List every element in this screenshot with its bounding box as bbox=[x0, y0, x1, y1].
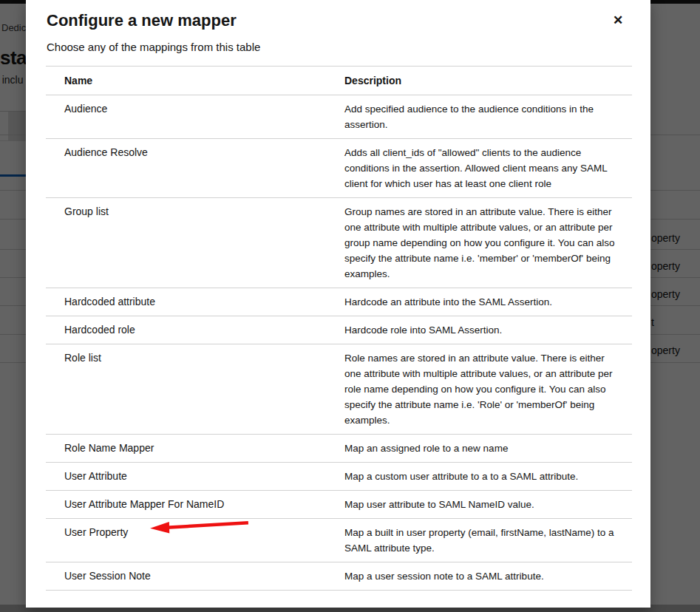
mapper-name-cell: User Attribute bbox=[46, 463, 344, 491]
table-row[interactable]: User Property Map a built in user proper… bbox=[46, 519, 632, 562]
table-row[interactable]: Hardcoded role Hardcode role into SAML A… bbox=[46, 316, 632, 344]
column-header-name: Name bbox=[46, 67, 344, 95]
mapper-description-cell: Add specified audience to the audience c… bbox=[344, 95, 632, 139]
mapper-name-cell: Role list bbox=[46, 344, 344, 435]
column-header-description: Description bbox=[344, 67, 632, 95]
mapper-name-cell: User Attribute Mapper For NameID bbox=[46, 491, 344, 519]
mapper-description-cell: Map user attribute to SAML NameID value. bbox=[344, 491, 632, 519]
mapper-name-cell: Role Name Mapper bbox=[46, 435, 344, 463]
mapper-description-cell: Map a user session note to a SAML attrib… bbox=[344, 562, 632, 591]
table-row[interactable]: Audience Resolve Adds all client_ids of … bbox=[46, 139, 632, 198]
mapper-description-cell: Hardcode an attribute into the SAML Asse… bbox=[344, 288, 632, 316]
table-header-row: Name Description bbox=[46, 67, 632, 95]
annotation-arrow bbox=[148, 517, 251, 536]
mapper-description-cell: Hardcode role into SAML Assertion. bbox=[344, 316, 632, 344]
mapper-description-cell: Map a built in user property (email, fir… bbox=[344, 519, 632, 562]
modal-subtitle: Choose any of the mappings from this tab… bbox=[47, 40, 630, 54]
close-icon[interactable]: ✕ bbox=[609, 12, 627, 30]
mapper-name-cell: Audience Resolve bbox=[46, 139, 344, 198]
table-row[interactable]: User Attribute Map a custom user attribu… bbox=[46, 463, 632, 491]
modal-title: Configure a new mapper bbox=[47, 10, 630, 31]
table-row[interactable]: Group list Group names are stored in an … bbox=[46, 198, 632, 288]
mapper-description-cell: Map a custom user attribute to a to a SA… bbox=[344, 463, 632, 491]
table-row[interactable]: Role Name Mapper Map an assigned role to… bbox=[46, 435, 632, 463]
table-row[interactable]: Role list Role names are stored in an at… bbox=[46, 344, 632, 435]
mapper-table: Name Description Audience Add specified … bbox=[46, 66, 632, 591]
mapper-name-cell: Hardcoded role bbox=[46, 316, 344, 344]
mapper-name-cell: Group list bbox=[46, 198, 344, 288]
mapper-name-cell: Hardcoded attribute bbox=[46, 288, 344, 316]
table-row[interactable]: Audience Add specified audience to the a… bbox=[46, 95, 632, 139]
table-row[interactable]: Hardcoded attribute Hardcode an attribut… bbox=[46, 288, 632, 316]
table-row[interactable]: User Attribute Mapper For NameID Map use… bbox=[46, 491, 632, 519]
mapper-description-cell: Role names are stored in an attribute va… bbox=[344, 344, 632, 435]
mapper-description-cell: Adds all client_ids of "allowed" clients… bbox=[344, 139, 632, 198]
modal-header: Configure a new mapper Choose any of the… bbox=[26, 0, 650, 66]
table-row[interactable]: User Session Note Map a user session not… bbox=[46, 562, 632, 591]
mapper-description-cell: Group names are stored in an attribute v… bbox=[344, 198, 632, 288]
configure-mapper-modal: Configure a new mapper Choose any of the… bbox=[26, 0, 650, 608]
mapper-name-cell: User Session Note bbox=[46, 562, 344, 591]
mapper-description-cell: Map an assigned role to a new name bbox=[344, 435, 632, 463]
mapper-name-cell: Audience bbox=[46, 95, 344, 139]
